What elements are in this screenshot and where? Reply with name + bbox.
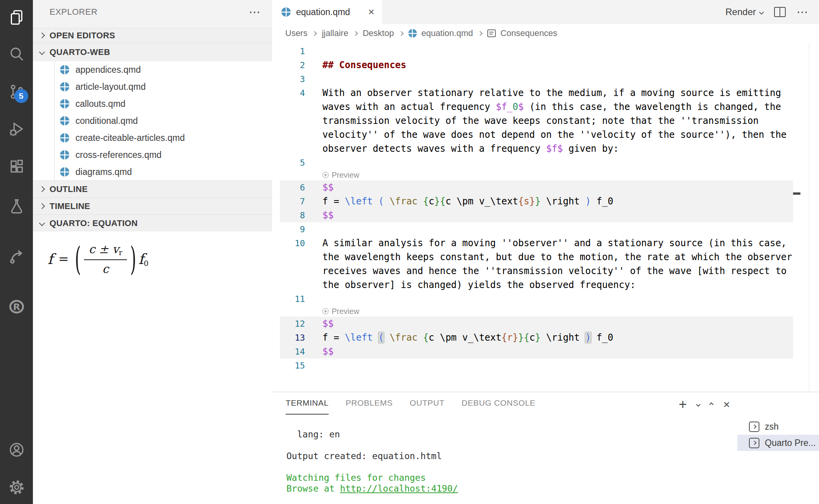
panel-tab-problems[interactable]: PROBLEMS bbox=[346, 392, 393, 415]
breadcrumb-item[interactable]: Users bbox=[285, 28, 307, 38]
editor-row[interactable]: 7f = \left ( \frac {c}{c \pm v_\text{s}}… bbox=[272, 194, 819, 208]
editor-more-actions-icon[interactable]: ⋯ bbox=[797, 10, 809, 14]
section-open-editors[interactable]: OPEN EDITORS bbox=[33, 28, 272, 43]
codelens-preview[interactable]: Preview bbox=[272, 306, 819, 317]
file-item[interactable]: diagrams.qmd bbox=[33, 163, 272, 180]
file-item[interactable]: article-layout.qmd bbox=[33, 78, 272, 95]
line-number: 15 bbox=[272, 361, 305, 370]
quarto-preview-icon[interactable] bbox=[8, 248, 25, 265]
sidebar-more-actions-icon[interactable]: ⋯ bbox=[249, 10, 261, 14]
terminal-dropdown-icon[interactable] bbox=[696, 402, 701, 406]
editor-row[interactable]: 5 bbox=[272, 156, 819, 170]
zoom-in-icon bbox=[322, 308, 329, 314]
terminal-link[interactable]: http://localhost:4190/ bbox=[340, 483, 458, 494]
breadcrumb-item[interactable]: jjallaire bbox=[322, 28, 348, 38]
terminal-output[interactable]: lang: enOutput created: equation.htmlWat… bbox=[286, 429, 458, 494]
tab-equation-qmd[interactable]: equation.qmd × bbox=[272, 0, 382, 24]
file-item[interactable]: cross-references.qmd bbox=[33, 146, 272, 163]
editor-row[interactable]: 3 bbox=[272, 72, 819, 86]
section-quarto-equation[interactable]: QUARTO: EQUATION bbox=[33, 214, 272, 231]
svg-text:R: R bbox=[13, 302, 20, 312]
quarto-file-icon bbox=[60, 150, 69, 159]
editor-row[interactable]: 12$$ bbox=[272, 317, 819, 331]
panel-tab-debug-console[interactable]: DEBUG CONSOLE bbox=[461, 392, 535, 415]
file-item[interactable]: create-citeable-articles.qmd bbox=[33, 129, 272, 146]
editor-row[interactable]: 14$$ bbox=[272, 345, 819, 358]
line-content: the wavelength keeps constant, but due t… bbox=[322, 252, 792, 262]
line-content: A similar analysis for a moving ''observ… bbox=[322, 238, 786, 249]
terminal-instance[interactable]: Quarto Pre... bbox=[737, 435, 819, 451]
terminal-line: Output created: equation.html bbox=[286, 451, 458, 462]
run-debug-icon[interactable] bbox=[8, 120, 25, 137]
line-content: receives waves and hence the ''transmiss… bbox=[322, 266, 786, 276]
terminal-line: Browse at http://localhost:4190/ bbox=[286, 483, 458, 494]
equation-lhs: f bbox=[48, 251, 53, 267]
scrollbar-marker bbox=[793, 192, 800, 195]
file-item[interactable]: appendices.qmd bbox=[33, 61, 272, 78]
close-tab-icon[interactable]: × bbox=[368, 7, 374, 17]
line-number: 7 bbox=[272, 197, 305, 206]
editor-row[interactable]: 9 bbox=[272, 222, 819, 236]
line-number: 9 bbox=[272, 225, 305, 234]
terminal-line: lang: en bbox=[286, 429, 458, 440]
editor-row[interactable]: 13f = \left ( \frac {c \pm v_\text{r}}{c… bbox=[272, 331, 819, 345]
section-quarto-web[interactable]: QUARTO-WEB bbox=[33, 43, 272, 61]
breadcrumb-item[interactable]: Desktop bbox=[363, 28, 394, 38]
source-control-icon[interactable]: 5 bbox=[8, 83, 25, 100]
section-label: OUTLINE bbox=[50, 184, 88, 194]
equation-equals: = bbox=[58, 252, 69, 266]
extensions-icon[interactable] bbox=[8, 158, 25, 175]
file-name: create-citeable-articles.qmd bbox=[75, 133, 185, 143]
equation-numerator: c ± vr bbox=[84, 242, 127, 260]
codelens-preview[interactable]: Preview bbox=[272, 170, 819, 180]
editor-row[interactable]: 2## Consequences bbox=[272, 58, 819, 72]
scrollbar-track[interactable] bbox=[809, 43, 809, 392]
new-terminal-icon[interactable]: + bbox=[679, 398, 687, 411]
editor-row[interactable]: transmission velocity of the wave keeps … bbox=[272, 114, 819, 128]
editor-row[interactable]: 10A similar analysis for a moving ''obse… bbox=[272, 236, 819, 250]
panel-tab-terminal[interactable]: TERMINAL bbox=[286, 392, 329, 415]
file-name: conditional.qmd bbox=[75, 116, 138, 126]
file-item[interactable]: conditional.qmd bbox=[33, 112, 272, 129]
editor-row[interactable]: 8$$ bbox=[272, 208, 819, 222]
section-outline[interactable]: OUTLINE bbox=[33, 180, 272, 197]
editor-row[interactable]: velocity'' of the wave does not depend o… bbox=[272, 128, 819, 142]
panel-tab-output[interactable]: OUTPUT bbox=[410, 392, 444, 415]
breadcrumb-item[interactable]: Consequences bbox=[500, 28, 557, 38]
render-button[interactable]: Render bbox=[725, 7, 763, 17]
editor-row[interactable]: receives waves and hence the ''transmiss… bbox=[272, 264, 819, 278]
breadcrumb-item[interactable]: equation.qmd bbox=[421, 28, 473, 38]
editor-row[interactable]: waves with an actual frequency $f_0$ (in… bbox=[272, 100, 819, 114]
line-content: observer detects waves with a frequency … bbox=[322, 143, 619, 154]
editor-row[interactable]: 1 bbox=[272, 44, 819, 58]
code-editor[interactable]: 12## Consequences34With an observer stat… bbox=[272, 43, 819, 392]
section-timeline[interactable]: TIMELINE bbox=[33, 197, 272, 214]
vscode-window: 5 bbox=[0, 0, 819, 504]
split-editor-icon[interactable] bbox=[774, 7, 786, 17]
editor-row[interactable]: the wavelength keeps constant, but due t… bbox=[272, 250, 819, 264]
settings-gear-icon[interactable] bbox=[8, 479, 25, 496]
editor-row[interactable]: the observer] is changed) yields the obs… bbox=[272, 278, 819, 292]
explorer-icon[interactable] bbox=[8, 9, 25, 26]
editor-row[interactable]: 6$$ bbox=[272, 180, 819, 194]
r-lang-icon[interactable]: R bbox=[8, 298, 25, 315]
file-item[interactable]: callouts.qmd bbox=[33, 95, 272, 112]
close-panel-icon[interactable]: × bbox=[723, 399, 730, 410]
terminal-instance[interactable]: zsh bbox=[737, 418, 819, 435]
quarto-file-icon bbox=[281, 7, 291, 17]
line-content: waves with an actual frequency $f_0$ (in… bbox=[322, 101, 781, 112]
codelens-label: Preview bbox=[332, 307, 359, 316]
line-content: $$ bbox=[322, 318, 334, 329]
activity-bar: 5 bbox=[0, 0, 33, 504]
editor-row[interactable]: 4With an observer stationary relative to… bbox=[272, 86, 819, 100]
terminal-line: Watching files for changes bbox=[286, 473, 458, 483]
panel-tab-bar: TERMINALPROBLEMSOUTPUTDEBUG CONSOLE bbox=[286, 392, 535, 415]
editor-row[interactable]: observer detects waves with a frequency … bbox=[272, 142, 819, 156]
testing-flask-icon[interactable] bbox=[8, 198, 25, 215]
account-icon[interactable] bbox=[8, 441, 25, 458]
search-icon[interactable] bbox=[8, 46, 25, 63]
editor-row[interactable]: 15 bbox=[272, 358, 819, 372]
maximize-panel-icon[interactable] bbox=[709, 402, 714, 406]
editor-row[interactable]: 11 bbox=[272, 292, 819, 306]
line-number: 1 bbox=[272, 46, 305, 56]
